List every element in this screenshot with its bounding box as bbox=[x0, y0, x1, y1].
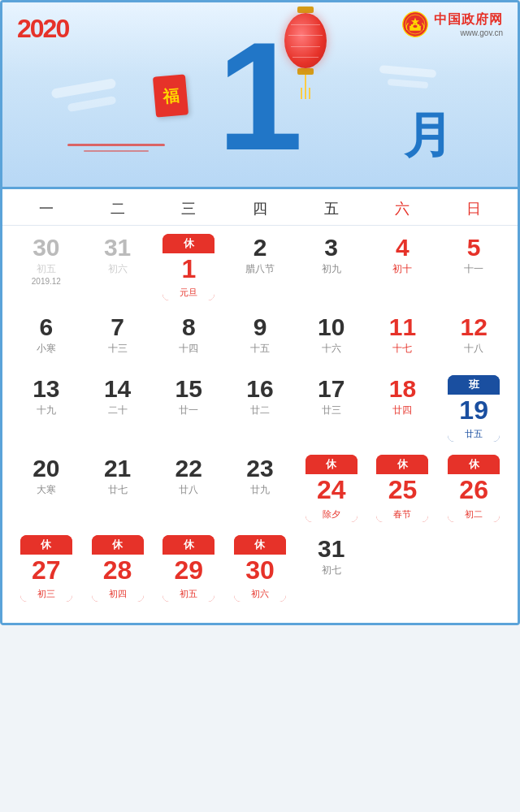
holiday-badge-wrap: 休 28 初四 bbox=[92, 535, 144, 602]
day-jan-30: 休 30 初六 bbox=[224, 530, 296, 607]
day-lunar: 十七 bbox=[392, 342, 412, 356]
day-lunar: 初五 bbox=[162, 586, 214, 602]
day-jan-12: 12 十八 bbox=[438, 309, 509, 367]
day-jan-19: 班 19 廿五 bbox=[438, 370, 509, 447]
day-jan-27: 休 27 初三 bbox=[11, 530, 82, 607]
day-number: 13 bbox=[32, 375, 59, 402]
day-jan-3: 3 初九 bbox=[296, 229, 367, 305]
lantern-body bbox=[284, 13, 327, 68]
day-jan-21: 21 廿七 bbox=[82, 450, 154, 526]
day-lunar: 十四 bbox=[179, 342, 198, 356]
lantern-decoration bbox=[284, 6, 327, 99]
day-number: 1 bbox=[162, 253, 214, 285]
cal-week-1: 30 初五 2019.12 31 初六 休 1 元旦 bbox=[11, 229, 509, 305]
day-number: 8 bbox=[182, 313, 196, 340]
day-jan-18: 18 廿四 bbox=[367, 370, 439, 447]
red-line-decoration bbox=[67, 144, 165, 146]
day-jan-15: 15 廿一 bbox=[153, 370, 224, 447]
day-number: 21 bbox=[104, 455, 131, 482]
day-jan-5: 5 十一 bbox=[438, 229, 509, 305]
cal-week-5: 休 27 初三 休 28 初四 休 bbox=[11, 530, 509, 607]
day-lunar: 初六 bbox=[108, 262, 128, 276]
day-number: 25 bbox=[376, 474, 428, 506]
day-number: 6 bbox=[40, 313, 54, 340]
holiday-rest-badge: 休 bbox=[162, 535, 214, 555]
day-lunar: 初九 bbox=[322, 262, 341, 276]
day-jan-31: 31 初七 bbox=[296, 530, 367, 607]
work-day-badge: 班 bbox=[448, 375, 500, 395]
ban-badge-wrap: 班 19 廿五 bbox=[448, 375, 500, 442]
holiday-badge-wrap: 休 25 春节 bbox=[376, 455, 428, 521]
day-number: 24 bbox=[306, 474, 358, 506]
day-jan-23: 23 廿九 bbox=[224, 450, 296, 526]
day-number: 15 bbox=[176, 375, 202, 402]
holiday-badge-wrap: 休 26 初二 bbox=[448, 455, 500, 521]
lantern-top bbox=[297, 6, 314, 13]
day-lunar: 春节 bbox=[376, 507, 428, 522]
day-header-sat: 六 bbox=[367, 199, 439, 218]
day-jan-1: 休 1 元旦 bbox=[153, 229, 224, 305]
day-number: 18 bbox=[389, 375, 416, 402]
fu-tag: 福 bbox=[153, 74, 188, 117]
day-jan-10: 10 十六 bbox=[296, 309, 367, 367]
cal-week-4: 20 大寒 21 廿七 22 廿八 23 廿九 休 bbox=[11, 450, 509, 526]
lantern-tassel bbox=[305, 75, 306, 99]
day-header-tue: 二 bbox=[82, 199, 154, 218]
day-number: 26 bbox=[448, 474, 500, 506]
day-jan-13: 13 十九 bbox=[11, 370, 82, 447]
logo-zero2: 0 bbox=[55, 14, 68, 43]
holiday-badge-wrap: 休 1 元旦 bbox=[162, 234, 214, 300]
day-lunar: 十五 bbox=[250, 342, 270, 356]
day-number: 27 bbox=[20, 555, 72, 586]
day-number: 16 bbox=[246, 375, 273, 402]
day-number: 9 bbox=[254, 313, 267, 340]
day-lunar: 初十 bbox=[392, 262, 412, 276]
day-number: 20 bbox=[32, 455, 59, 482]
holiday-badge-wrap: 休 27 初三 bbox=[20, 535, 72, 602]
day-number: 23 bbox=[246, 455, 273, 482]
day-lunar: 十八 bbox=[464, 342, 483, 356]
yue-character: 月 bbox=[404, 103, 453, 169]
logo-two: 2 bbox=[43, 14, 56, 43]
day-jan-17: 17 廿三 bbox=[296, 370, 367, 447]
day-lunar: 初三 bbox=[20, 586, 72, 602]
day-number: 31 bbox=[318, 535, 344, 562]
logo-zero1: 0 bbox=[30, 14, 43, 43]
day-lunar: 廿八 bbox=[179, 483, 198, 497]
cal-week-2: 6 小寒 7 十三 8 十四 9 十五 10 十六 bbox=[11, 309, 509, 367]
day-number: 5 bbox=[467, 234, 481, 261]
calendar-grid: 30 初五 2019.12 31 初六 休 1 元旦 bbox=[2, 226, 518, 623]
day-lunar: 初七 bbox=[322, 564, 341, 577]
day-header-fri: 五 bbox=[296, 199, 367, 218]
day-number: 22 bbox=[176, 455, 202, 482]
day-lunar: 除夕 bbox=[306, 507, 358, 522]
holiday-rest-badge: 休 bbox=[376, 455, 428, 474]
day-number: 11 bbox=[389, 313, 416, 340]
holiday-badge-wrap: 休 24 除夕 bbox=[306, 455, 358, 521]
cal-week-3: 13 十九 14 二十 15 廿一 16 廿二 17 廿三 bbox=[11, 370, 509, 447]
gov-section: 中国政府网 www.gov.cn bbox=[401, 11, 503, 38]
day-jan-6: 6 小寒 bbox=[11, 309, 82, 367]
day-jan-20: 20 大寒 bbox=[11, 450, 82, 526]
gov-url: www.gov.cn bbox=[460, 28, 503, 37]
day-number: 4 bbox=[396, 234, 410, 261]
gov-title: 中国政府网 bbox=[434, 11, 503, 28]
day-lunar: 廿一 bbox=[179, 404, 198, 417]
day-empty-1 bbox=[367, 530, 439, 607]
gov-text: 中国政府网 www.gov.cn bbox=[434, 11, 503, 37]
day-number: 29 bbox=[162, 555, 214, 586]
calendar-body: 一 二 三 四 五 六 日 30 初五 2019.12 31 初六 bbox=[2, 189, 518, 623]
day-lunar: 初四 bbox=[92, 586, 144, 602]
day-lunar: 廿七 bbox=[108, 483, 128, 497]
day-header-wed: 三 bbox=[153, 199, 224, 218]
day-number: 19 bbox=[448, 395, 500, 426]
day-lunar: 初二 bbox=[448, 507, 500, 522]
day-lunar: 廿二 bbox=[250, 404, 270, 417]
day-number: 2 bbox=[254, 234, 267, 261]
svg-point-4 bbox=[413, 25, 417, 28]
day-lunar: 廿五 bbox=[448, 426, 500, 442]
day-jan-11: 11 十七 bbox=[367, 309, 439, 367]
year-label: 2019.12 bbox=[32, 277, 61, 286]
day-jan-14: 14 二十 bbox=[82, 370, 154, 447]
day-number: 17 bbox=[318, 375, 344, 402]
